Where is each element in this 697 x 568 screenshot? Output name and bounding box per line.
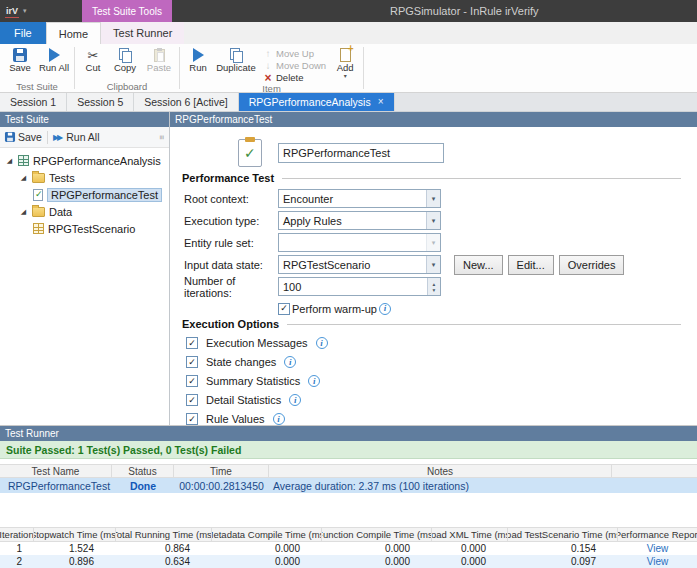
tree-item-suite[interactable]: ◢ RPGPerformanceAnalysis	[0, 152, 169, 169]
quick-access-caret-icon[interactable]: ▾	[23, 7, 27, 15]
tree-item-label: Data	[49, 206, 72, 218]
tree-save-button[interactable]: Save	[5, 131, 42, 143]
execution-messages-checkbox[interactable]: ✓	[186, 337, 198, 349]
column-function-compile-time[interactable]: Function Compile Time (ms)	[322, 528, 432, 541]
tab-test-runner[interactable]: Test Runner	[101, 22, 184, 44]
runner-spacer	[0, 493, 697, 527]
column-time[interactable]: Time	[174, 465, 269, 477]
iterations-input[interactable]: 100 ▴▾	[278, 277, 441, 296]
warmup-checkbox[interactable]: ✓	[278, 303, 290, 315]
entity-rule-set-select[interactable]: ▾	[278, 233, 441, 252]
test-editor-panel: RPGPerformanceTest Performance Test Root…	[170, 112, 697, 425]
app-icon[interactable]: irV	[5, 5, 19, 18]
spin-down-icon[interactable]: ▾	[433, 287, 436, 293]
duplicate-button[interactable]: Duplicate	[213, 46, 259, 73]
info-icon[interactable]: i	[379, 303, 391, 315]
view-link[interactable]: View	[618, 556, 697, 567]
move-down-button[interactable]: ↓ Move Down	[261, 60, 328, 71]
iteration-row[interactable]: 2 0.896 0.634 0.000 0.000 0.000 0.097 Vi…	[0, 555, 697, 568]
session-tab-rpgperformanceanalysis[interactable]: RPGPerformanceAnalysis ×	[239, 93, 395, 111]
new-button[interactable]: New...	[454, 255, 503, 275]
column-notes[interactable]: Notes	[269, 465, 612, 477]
column-load-xml-time[interactable]: Load XML Time (ms)	[432, 528, 508, 541]
column-iteration[interactable]: Iteration	[0, 528, 34, 541]
option-detail-statistics: ✓ Detail Statistics i	[186, 392, 301, 408]
ribbon-group-item: Run Duplicate ↑ Move Up ↓ Move Down	[180, 44, 363, 92]
grip-icon[interactable]: ≡	[157, 135, 166, 140]
root-context-label: Root context:	[184, 193, 278, 205]
state-changes-checkbox[interactable]: ✓	[186, 356, 198, 368]
execution-type-select[interactable]: Apply Rules ▾	[278, 211, 441, 230]
view-link[interactable]: View	[618, 543, 697, 554]
expander-icon[interactable]: ◢	[5, 157, 14, 165]
iteration-row[interactable]: 1 1.524 0.864 0.000 0.000 0.000 0.154 Vi…	[0, 542, 697, 555]
contextual-tab-header[interactable]: Test Suite Tools	[82, 0, 172, 22]
quick-access-toolbar: irV ▾	[0, 5, 27, 18]
column-performance-report[interactable]: Performance Report	[618, 528, 697, 541]
save-icon	[13, 48, 27, 62]
info-icon[interactable]: i	[273, 413, 285, 425]
run-label: Run	[189, 63, 206, 73]
column-test-name[interactable]: Test Name	[0, 465, 112, 477]
result-row[interactable]: RPGPerformanceTest Done 00:00:00.2813450…	[0, 478, 697, 493]
session-tab-5[interactable]: Session 5	[67, 93, 134, 111]
tree-item-rpgperformancetest[interactable]: RPGPerformanceTest	[0, 186, 169, 203]
column-status[interactable]: Status	[112, 465, 174, 477]
option-label: Rule Values	[204, 413, 267, 425]
tree-item-data[interactable]: ◢ Data	[0, 203, 169, 220]
run-button[interactable]: Run	[183, 46, 213, 73]
test-name-input[interactable]	[278, 143, 444, 163]
cut-button[interactable]: ✂ Cut	[78, 46, 108, 73]
save-button[interactable]: Save	[3, 46, 37, 73]
run-all-icon	[49, 48, 60, 62]
overrides-button[interactable]: Overrides	[559, 255, 625, 275]
run-all-button[interactable]: Run All	[37, 46, 71, 73]
chevron-down-icon[interactable]: ▾	[426, 190, 440, 207]
column-metadata-compile-time[interactable]: Metadata Compile Time (ms)	[212, 528, 322, 541]
tree-run-all-button[interactable]: ▶▶ Run All	[53, 131, 100, 143]
paste-button[interactable]: Paste	[142, 46, 176, 73]
data-state-buttons: New... Edit... Overrides	[454, 255, 624, 275]
info-icon[interactable]: i	[289, 394, 301, 406]
tree-item-tests[interactable]: ◢ Tests	[0, 169, 169, 186]
session-tab-6-active[interactable]: Session 6 [Active]	[134, 93, 238, 111]
tab-home[interactable]: Home	[46, 22, 101, 45]
column-stopwatch-time[interactable]: Stopwatch Time (ms)	[34, 528, 116, 541]
test-suite-panel-header: Test Suite	[0, 112, 169, 127]
input-data-state-select[interactable]: RPGTestScenario ▾	[278, 255, 441, 274]
group-label-clipboard: Clipboard	[78, 81, 176, 92]
spinner-buttons[interactable]: ▴▾	[427, 278, 440, 295]
detail-statistics-checkbox[interactable]: ✓	[186, 394, 198, 406]
tree-item-rpgtestscenario[interactable]: RPGTestScenario	[0, 220, 169, 237]
chevron-down-icon[interactable]: ▾	[426, 234, 440, 251]
copy-button[interactable]: Copy	[108, 46, 142, 73]
test-runner-header[interactable]: Test Runner	[0, 426, 697, 441]
root-context-select[interactable]: Encounter ▾	[278, 189, 441, 208]
column-total-running-time[interactable]: Total Running Time (ms)	[116, 528, 212, 541]
expander-icon[interactable]: ◢	[19, 208, 28, 216]
item-small-buttons: ↑ Move Up ↓ Move Down × Delete	[261, 46, 328, 83]
add-button[interactable]: Add ▾	[330, 46, 360, 79]
edit-button[interactable]: Edit...	[508, 255, 554, 275]
load-testscenario-time: 0.154	[508, 543, 618, 554]
column-load-testscenario-time[interactable]: Load TestScenario Time (ms)	[508, 528, 618, 541]
input-data-state-row: Input data state: RPGTestScenario ▾ New.…	[184, 255, 687, 274]
delete-button[interactable]: × Delete	[261, 72, 328, 83]
tree-item-label: RPGPerformanceTest	[47, 188, 162, 202]
close-icon[interactable]: ×	[378, 97, 384, 107]
save-icon	[5, 132, 15, 142]
option-execution-messages: ✓ Execution Messages i	[186, 335, 328, 351]
info-icon[interactable]: i	[316, 337, 328, 349]
execution-type-row: Execution type: Apply Rules ▾	[184, 211, 687, 230]
expander-icon[interactable]: ◢	[19, 174, 28, 182]
function-compile-time: 0.000	[322, 556, 432, 567]
chevron-down-icon[interactable]: ▾	[426, 212, 440, 229]
info-icon[interactable]: i	[284, 356, 296, 368]
info-icon[interactable]: i	[308, 375, 320, 387]
move-up-button[interactable]: ↑ Move Up	[261, 48, 328, 59]
session-tab-1[interactable]: Session 1	[0, 93, 67, 111]
chevron-down-icon[interactable]: ▾	[426, 256, 440, 273]
rule-values-checkbox[interactable]: ✓	[186, 413, 198, 425]
tab-file[interactable]: File	[0, 22, 46, 44]
summary-statistics-checkbox[interactable]: ✓	[186, 375, 198, 387]
